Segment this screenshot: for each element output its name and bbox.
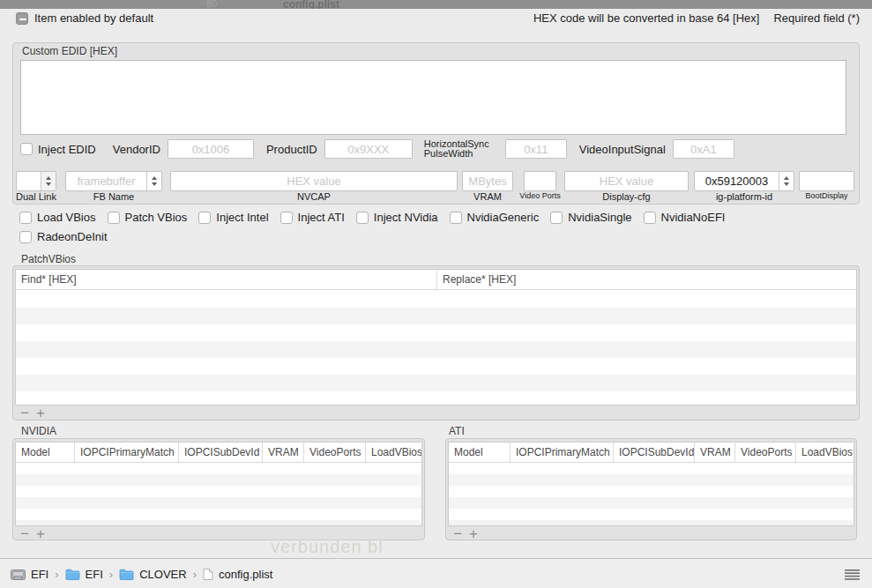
patch-vbios-table-header: Find* [HEX] Replace* [HEX] (16, 270, 856, 290)
column-videoports: VideoPorts (304, 443, 366, 462)
bleed-watermark-text: verbunden bl (271, 537, 384, 557)
breadcrumb-separator: › (193, 568, 197, 581)
list-view-icon[interactable] (845, 569, 860, 580)
custom-edid-input[interactable] (20, 60, 846, 135)
breadcrumb-folder-clover[interactable]: CLOVER (119, 568, 186, 581)
inject-ati-checkbox[interactable] (280, 212, 293, 224)
add-row-button[interactable]: + (36, 407, 45, 420)
column-iopcisubdevid: IOPCISubDevId (179, 443, 263, 462)
inject-intel-checkbox[interactable] (198, 212, 211, 224)
step-up-icon[interactable] (46, 176, 51, 180)
hex-base64-note: HEX code will be converted in base 64 [H… (533, 11, 760, 25)
ig-platform-id-step-buttons[interactable] (779, 172, 794, 190)
ati-group: Model IOPCIPrimaryMatch IOPCISubDevId VR… (445, 438, 857, 540)
flag-nvidia-single[interactable]: NvidiaSingle (550, 211, 631, 224)
item-enabled-checkbox[interactable] (16, 12, 28, 25)
ig-platform-id-field[interactable] (695, 172, 779, 190)
boot-display-field[interactable] (799, 171, 854, 191)
flag-radeon-deinit[interactable]: RadeonDeInit (19, 230, 108, 243)
vendor-id-field[interactable] (168, 139, 254, 159)
fb-name-field[interactable] (66, 172, 146, 190)
column-model: Model (16, 443, 75, 462)
flag-inject-ati[interactable]: Inject ATI (280, 211, 345, 224)
folder-icon (119, 569, 134, 580)
required-field-note: Required field (*) (773, 11, 860, 25)
breadcrumb-separator: › (55, 568, 58, 581)
ati-table-header: Model IOPCIPrimaryMatch IOPCISubDevId VR… (449, 443, 853, 463)
nvidia-noefi-checkbox[interactable] (644, 212, 656, 224)
inject-nvidia-checkbox[interactable] (356, 212, 369, 224)
folder-icon (65, 569, 80, 580)
nvcap-field[interactable] (170, 171, 458, 191)
fb-name-combo[interactable] (65, 171, 162, 191)
dual-link-label: Dual Link (16, 191, 56, 202)
nvidia-group-label: NVIDIA (21, 425, 56, 437)
radeon-deinit-checkbox[interactable] (19, 231, 32, 243)
nvidia-single-checkbox[interactable] (550, 212, 563, 224)
patch-vbios-table-actions: − + (20, 407, 45, 420)
add-row-button[interactable]: + (36, 528, 45, 540)
patch-vbios-table: Find* [HEX] Replace* [HEX] (15, 269, 857, 406)
bleed-chart-tick: 80 (206, 0, 217, 9)
display-cfg-field[interactable] (564, 171, 689, 191)
flag-inject-nvidia[interactable]: Inject NVidia (356, 211, 438, 224)
boot-display-label: BootDisplay (792, 191, 861, 200)
flag-patch-vbios[interactable]: Patch VBios (108, 211, 188, 224)
column-find-hex: Find* [HEX] (16, 270, 437, 289)
ati-table-body[interactable] (449, 463, 853, 525)
ati-group-label: ATI (449, 425, 465, 437)
nvidia-generic-checkbox[interactable] (450, 212, 462, 224)
vram-field[interactable] (462, 171, 513, 191)
vendor-id-label: VendorID (113, 143, 160, 156)
flags-row-1: Load VBios Patch VBios Inject Intel Inje… (19, 211, 736, 224)
video-input-signal-field[interactable] (673, 139, 734, 159)
patch-vbios-table-body[interactable] (16, 291, 856, 405)
display-cfg-label: Display-cfg (564, 191, 689, 202)
product-id-label: ProductID (266, 143, 317, 156)
hsync-pulsewidth-field[interactable] (505, 139, 567, 159)
dual-link-step-buttons[interactable] (41, 172, 56, 190)
step-up-icon[interactable] (784, 176, 789, 180)
flags-row-2: RadeonDeInit (19, 230, 119, 243)
flag-nvidia-noefi[interactable]: NvidiaNoEFI (644, 211, 726, 224)
breadcrumb-volume-efi[interactable]: EFI (11, 568, 48, 581)
flag-nvidia-generic[interactable]: NvidiaGeneric (450, 211, 540, 224)
nvidia-table-body[interactable] (16, 463, 421, 525)
column-model: Model (449, 443, 511, 462)
path-bar: EFI › EFI › CLOVER › config.plist (0, 558, 872, 588)
column-videoports: VideoPorts (735, 443, 796, 462)
dual-link-field[interactable] (17, 172, 41, 190)
step-down-icon[interactable] (784, 182, 789, 186)
product-id-field[interactable] (324, 139, 413, 159)
breadcrumb-file-config-plist[interactable]: config.plist (203, 568, 272, 581)
indeterminate-minus-icon (19, 19, 26, 20)
dual-link-stepper[interactable] (16, 171, 56, 191)
step-up-icon[interactable] (152, 176, 157, 180)
inject-edid-checkbox[interactable] (20, 143, 33, 155)
video-ports-field[interactable] (524, 171, 556, 191)
document-icon (203, 568, 213, 581)
nvidia-table: Model IOPCIPrimaryMatch IOPCISubDevId VR… (15, 442, 422, 526)
fb-name-label: FB Name (65, 191, 162, 202)
column-iopcisubdevid: IOPCISubDevId (614, 443, 695, 462)
step-down-icon[interactable] (46, 182, 51, 186)
notes-bar: Item enabled by default HEX code will be… (0, 9, 872, 27)
edid-fields-row: Inject EDID VendorID ProductID Horizonta… (20, 138, 734, 160)
add-row-button[interactable]: + (469, 528, 478, 540)
custom-edid-group: Custom EDID [HEX] Inject EDID VendorID P… (12, 42, 860, 205)
ig-platform-id-stepper[interactable] (694, 171, 794, 191)
breadcrumb-folder-efi[interactable]: EFI (65, 568, 103, 581)
patch-vbios-checkbox[interactable] (108, 212, 120, 224)
step-down-icon[interactable] (152, 182, 157, 186)
vram-label: VRAM (462, 191, 513, 202)
fb-name-step-buttons[interactable] (146, 172, 161, 190)
remove-row-button[interactable]: − (20, 407, 29, 420)
nvidia-table-actions: − + (20, 528, 45, 540)
load-vbios-checkbox[interactable] (19, 212, 32, 224)
remove-row-button[interactable]: − (20, 528, 29, 540)
remove-row-button[interactable]: − (453, 528, 462, 540)
flag-load-vbios[interactable]: Load VBios (19, 211, 96, 224)
column-loadvbios: LoadVBios (366, 443, 421, 462)
column-iopciprimarymatch: IOPCIPrimaryMatch (511, 443, 614, 462)
flag-inject-intel[interactable]: Inject Intel (198, 211, 268, 224)
